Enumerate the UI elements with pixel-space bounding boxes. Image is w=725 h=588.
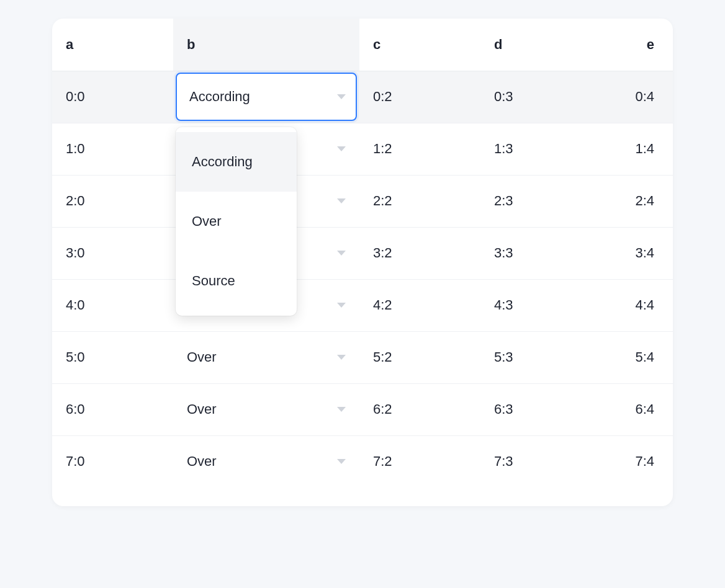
table-row: 3:03:23:33:4 <box>52 227 673 279</box>
cell-e: 6:4 <box>601 383 673 435</box>
select-b[interactable]: Over <box>176 332 357 383</box>
chevron-down-icon <box>337 251 346 256</box>
cell-a: 4:0 <box>52 279 173 331</box>
chevron-down-icon <box>337 146 346 151</box>
cell-c: 1:2 <box>359 123 480 175</box>
column-header-b[interactable]: b <box>173 19 359 71</box>
cell-c: 0:2 <box>359 71 480 123</box>
select-b[interactable]: According <box>176 73 357 121</box>
cell-d: 0:3 <box>480 71 601 123</box>
cell-e: 3:4 <box>601 227 673 279</box>
select-b-option[interactable]: Source <box>176 251 297 311</box>
select-b-value: Over <box>187 453 217 470</box>
cell-d: 1:3 <box>480 123 601 175</box>
cell-e: 2:4 <box>601 175 673 227</box>
table-row: 4:04:24:34:4 <box>52 279 673 331</box>
select-b-dropdown: AccordingOverSource <box>176 127 297 316</box>
column-header-e[interactable]: e <box>601 19 673 71</box>
cell-b: Over <box>173 383 359 435</box>
cell-e: 1:4 <box>601 123 673 175</box>
table-row: 6:0Over6:26:36:4 <box>52 383 673 435</box>
select-b-option[interactable]: According <box>176 132 297 192</box>
select-b-value: Over <box>187 349 217 365</box>
table-row: 0:0AccordingAccordingOverSource0:20:30:4 <box>52 71 673 123</box>
chevron-down-icon <box>337 355 346 360</box>
cell-a: 6:0 <box>52 383 173 435</box>
cell-e: 5:4 <box>601 331 673 383</box>
column-header-d[interactable]: d <box>480 19 601 71</box>
cell-a: 2:0 <box>52 175 173 227</box>
select-b[interactable]: Over <box>176 384 357 435</box>
cell-d: 5:3 <box>480 331 601 383</box>
select-b-value: Over <box>187 401 217 417</box>
table-row: 1:01:21:31:4 <box>52 123 673 175</box>
cell-a: 0:0 <box>52 71 173 123</box>
chevron-down-icon <box>337 198 346 203</box>
cell-d: 2:3 <box>480 175 601 227</box>
cell-c: 2:2 <box>359 175 480 227</box>
cell-b: Over <box>173 435 359 488</box>
cell-a: 3:0 <box>52 227 173 279</box>
select-b-option[interactable]: Over <box>176 192 297 251</box>
data-table-card: a b c d e 0:0AccordingAccordingOverSourc… <box>52 19 673 506</box>
cell-e: 7:4 <box>601 435 673 488</box>
cell-c: 5:2 <box>359 331 480 383</box>
cell-d: 4:3 <box>480 279 601 331</box>
cell-d: 7:3 <box>480 435 601 488</box>
chevron-down-icon <box>337 407 346 412</box>
table-row: 7:0Over7:27:37:4 <box>52 435 673 488</box>
chevron-down-icon <box>337 303 346 308</box>
cell-c: 7:2 <box>359 435 480 488</box>
cell-e: 4:4 <box>601 279 673 331</box>
cell-b: Over <box>173 331 359 383</box>
chevron-down-icon <box>337 94 346 99</box>
cell-d: 3:3 <box>480 227 601 279</box>
table-row: 5:0Over5:25:35:4 <box>52 331 673 383</box>
select-b-value: According <box>189 89 250 105</box>
cell-e: 0:4 <box>601 71 673 123</box>
table-row: 2:02:22:32:4 <box>52 175 673 227</box>
cell-a: 1:0 <box>52 123 173 175</box>
table-header-row: a b c d e <box>52 19 673 71</box>
cell-c: 6:2 <box>359 383 480 435</box>
cell-c: 4:2 <box>359 279 480 331</box>
cell-b: AccordingAccordingOverSource <box>173 71 359 123</box>
data-table: a b c d e 0:0AccordingAccordingOverSourc… <box>52 19 673 488</box>
select-b[interactable]: Over <box>176 436 357 488</box>
column-header-a[interactable]: a <box>52 19 173 71</box>
column-header-c[interactable]: c <box>359 19 480 71</box>
cell-a: 7:0 <box>52 435 173 488</box>
cell-c: 3:2 <box>359 227 480 279</box>
chevron-down-icon <box>337 459 346 464</box>
cell-a: 5:0 <box>52 331 173 383</box>
cell-d: 6:3 <box>480 383 601 435</box>
